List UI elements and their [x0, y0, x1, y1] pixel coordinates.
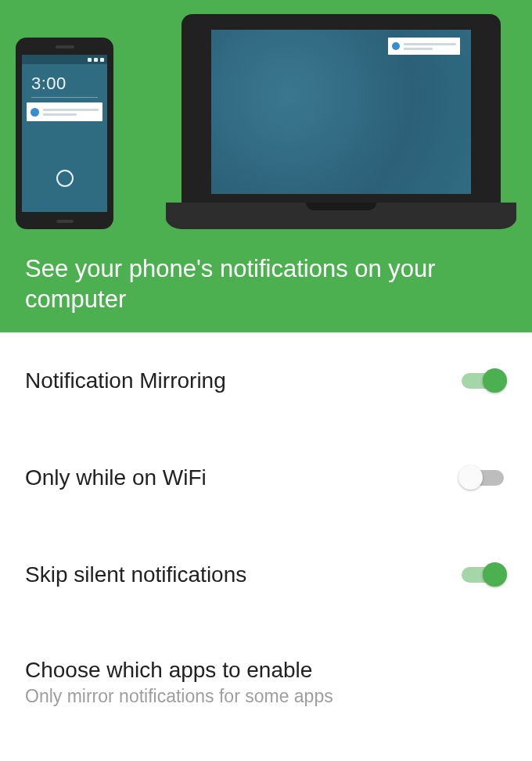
phone-illustration: 3:00 — [16, 38, 113, 229]
toggle-switch[interactable] — [458, 561, 507, 589]
notification-icon — [27, 102, 102, 121]
setting-subtitle: Only mirror notifications for some apps — [25, 686, 333, 707]
phone-clock: 3:00 — [22, 64, 107, 94]
settings-list: Notification Mirroring Only while on WiF… — [0, 332, 532, 715]
laptop-illustration — [166, 14, 516, 229]
setting-only-wifi[interactable]: Only while on WiFi — [0, 429, 532, 526]
hero-illustration: 3:00 — [0, 0, 532, 239]
home-circle-icon — [56, 170, 74, 187]
setting-label: Choose which apps to enable — [25, 658, 333, 683]
hero-banner: 3:00 See your ph — [0, 0, 532, 332]
notification-icon — [388, 38, 460, 55]
setting-label: Only while on WiFi — [25, 465, 207, 490]
hero-headline: See your phone's notifications on your c… — [0, 239, 532, 315]
setting-label: Skip silent notifications — [25, 562, 246, 587]
toggle-switch[interactable] — [458, 367, 507, 395]
setting-skip-silent[interactable]: Skip silent notifications — [0, 526, 532, 623]
toggle-switch[interactable] — [458, 464, 507, 492]
setting-label: Notification Mirroring — [25, 368, 226, 393]
setting-notification-mirroring[interactable]: Notification Mirroring — [0, 332, 532, 429]
setting-choose-apps[interactable]: Choose which apps to enable Only mirror … — [0, 623, 532, 715]
